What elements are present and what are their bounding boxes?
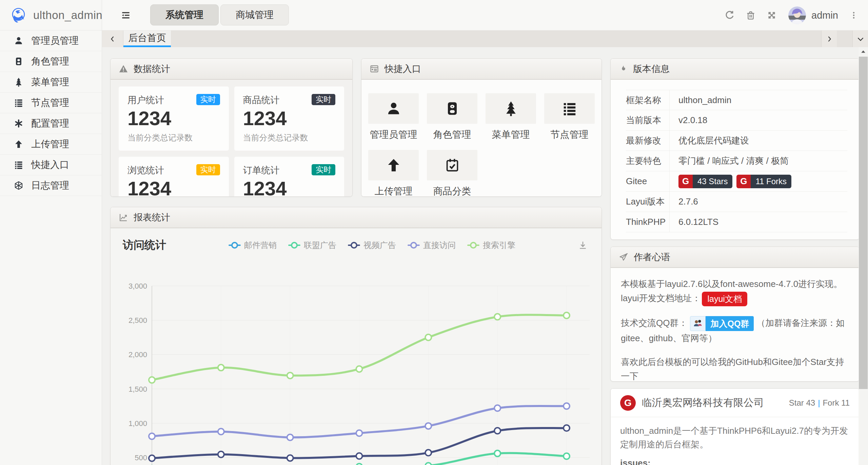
- window-icon: [370, 64, 379, 74]
- topbar-actions: admin: [719, 0, 868, 31]
- main-content: 数据统计 用户统计 实时 1234 当前分类总记录数 商品统计 实时 1234 …: [102, 47, 859, 465]
- author-paragraph: 本模板基于layui2.7.6以及font-awesome-4.7.0进行实现。…: [621, 277, 849, 306]
- layui-docs-link[interactable]: layui文档: [702, 292, 747, 306]
- version-card-header: 版本信息: [611, 59, 859, 80]
- legend-item[interactable]: 邮件营销: [229, 240, 277, 251]
- version-card: 版本信息 框架名称 ulthon_admin 当前版本 v2.0.18 最新修改…: [610, 58, 859, 240]
- legend-item[interactable]: 直接访问: [408, 240, 456, 251]
- username[interactable]: admin: [811, 10, 838, 21]
- legend-marker-icon: [467, 241, 479, 249]
- app-title: ulthon_admin: [33, 9, 102, 22]
- scroll-up-icon[interactable]: [859, 47, 868, 57]
- legend-item[interactable]: 联盟广告: [288, 240, 336, 251]
- gitee-stars-badge[interactable]: G 43 Stars: [678, 175, 732, 188]
- stat-views: 浏览统计 实时 1234 当前分类总记录数: [119, 157, 229, 197]
- table-row: 当前版本 v2.0.18: [626, 110, 847, 131]
- shortcut-roles[interactable]: 角色管理: [427, 93, 477, 141]
- status-badge: 实时: [196, 94, 220, 105]
- sidebar-item-upload[interactable]: 上传管理: [0, 134, 102, 155]
- shortcut-menus[interactable]: 菜单管理: [486, 93, 536, 141]
- scrollbar[interactable]: [859, 47, 868, 465]
- tab-home[interactable]: 后台首页: [123, 31, 171, 47]
- list-icon: [14, 160, 24, 170]
- top-tab-mall[interactable]: 商城管理: [220, 4, 289, 25]
- shortcut-upload[interactable]: 上传管理: [368, 150, 419, 197]
- more-menu-icon[interactable]: [847, 5, 861, 26]
- sidebar-item-admins[interactable]: 管理员管理: [0, 31, 102, 51]
- table-row: 主要特色 零门槛 / 响应式 / 清爽 / 极简: [626, 151, 847, 171]
- company-card-header: G 临沂奥宏网络科技有限公司 Star 43|Fork 11: [611, 389, 859, 417]
- sidebar-item-menus[interactable]: 菜单管理: [0, 72, 102, 93]
- topbar: 系统管理 商城管理: [102, 0, 868, 31]
- shortcuts-grid: 管理员管理 角色管理 菜单管理: [361, 80, 601, 197]
- sidebar-item-roles[interactable]: 角色管理: [0, 51, 102, 72]
- status-badge: 实时: [312, 94, 335, 105]
- author-card-header: 作者心语: [611, 247, 859, 268]
- table-row: 最新修改 优化底层代码建设: [626, 131, 847, 151]
- chart-legend: 邮件营销 联盟广告 视频广告 直接访问: [166, 240, 578, 251]
- app-window: ulthon_admin 管理员管理 角色管理 菜单管理: [0, 0, 868, 465]
- asterisk-icon: [14, 118, 24, 129]
- stat-value: 1234: [127, 108, 220, 129]
- logo[interactable]: ulthon_admin: [0, 0, 102, 31]
- id-badge-icon: [14, 56, 24, 66]
- version-table: 框架名称 ulthon_admin 当前版本 v2.0.18 最新修改 优化底层…: [611, 80, 859, 232]
- calendar-check-icon: [427, 150, 477, 180]
- legend-item[interactable]: 视频广告: [348, 240, 396, 251]
- list-icon: [14, 98, 24, 108]
- table-row-gitee: Gitee G 43 Stars G 11 Forks: [626, 171, 847, 192]
- stat-goods: 商品统计 实时 1234 当前分类总记录数: [234, 86, 344, 151]
- sidebar-item-shortcuts[interactable]: 快捷入口: [0, 155, 102, 175]
- stats-card-header: 数据统计: [111, 59, 352, 80]
- download-icon[interactable]: [578, 240, 588, 250]
- visits-chart[interactable]: 5001,0001,5002,0002,5003,000: [116, 274, 597, 465]
- legend-marker-icon: [229, 241, 241, 249]
- stat-value: 1234: [127, 178, 220, 197]
- sidebar-item-logs[interactable]: 日志管理: [0, 175, 102, 196]
- chart-header: 访问统计 邮件营销 联盟广告 视频广告: [111, 228, 601, 253]
- refresh-icon[interactable]: [719, 5, 740, 26]
- stat-value: 1234: [243, 108, 336, 129]
- company-card: G 临沂奥宏网络科技有限公司 Star 43|Fork 11 ulthon_ad…: [610, 388, 859, 465]
- author-paragraph: 技术交流QQ群：加入QQ群（加群请备注来源：如gitee、github、官网等）: [621, 316, 849, 345]
- legend-item[interactable]: 搜索引擎: [467, 240, 515, 251]
- arrow-up-icon: [368, 150, 419, 180]
- fullscreen-icon[interactable]: [761, 5, 782, 26]
- logo-bird-icon: [9, 6, 28, 24]
- author-card: 作者心语 本模板基于layui2.7.6以及font-awesome-4.7.0…: [610, 247, 859, 382]
- svg-text:3,000: 3,000: [129, 282, 147, 290]
- join-qq-button[interactable]: 加入QQ群: [690, 316, 754, 331]
- report-card-header: 报表统计: [111, 207, 601, 228]
- avatar[interactable]: [788, 6, 806, 24]
- stat-orders: 订单统计 实时 1234 当前分类总记录数: [234, 157, 344, 197]
- gitee-icon: G: [736, 175, 751, 188]
- gitee-forks-badge[interactable]: G 11 Forks: [736, 175, 791, 188]
- repo-description: ulthon_admin是一个基于ThinkPHP6和Layui2.7的专为开发…: [620, 424, 850, 451]
- trash-icon[interactable]: [740, 5, 761, 26]
- collapse-menu-icon[interactable]: [118, 7, 134, 23]
- status-badge: 实时: [312, 164, 335, 175]
- stat-value: 1234: [243, 178, 336, 197]
- tabs-scroll-left-icon[interactable]: [102, 31, 123, 47]
- company-title-link[interactable]: 临沂奥宏网络科技有限公司: [642, 396, 789, 410]
- shortcut-admins[interactable]: 管理员管理: [368, 93, 419, 141]
- sidebar-menu: 管理员管理 角色管理 菜单管理 节点管理: [0, 31, 102, 196]
- top-tab-system[interactable]: 系统管理: [150, 4, 219, 25]
- page-tabstrip: 后台首页: [102, 31, 868, 47]
- legend-marker-icon: [408, 241, 420, 249]
- tabs-dropdown-icon[interactable]: [852, 31, 868, 47]
- user-icon: [368, 93, 419, 124]
- shortcut-goods-category[interactable]: 商品分类: [427, 150, 477, 197]
- scrollbar-thumb[interactable]: [859, 57, 868, 389]
- sidebar-item-config[interactable]: 配置管理: [0, 113, 102, 134]
- svg-text:1,500: 1,500: [129, 385, 147, 393]
- line-chart-icon: [119, 213, 128, 222]
- svg-text:2,000: 2,000: [129, 350, 147, 359]
- tabs-scroll-right-icon[interactable]: [821, 31, 837, 47]
- shortcuts-card-header: 快捷入口: [361, 59, 601, 80]
- table-row: ThinkPHP 6.0.12LTS: [626, 212, 847, 232]
- shortcut-nodes[interactable]: 节点管理: [544, 93, 595, 141]
- author-body: 本模板基于layui2.7.6以及font-awesome-4.7.0进行实现。…: [611, 268, 859, 382]
- tree-icon: [14, 77, 24, 87]
- sidebar-item-nodes[interactable]: 节点管理: [0, 93, 102, 113]
